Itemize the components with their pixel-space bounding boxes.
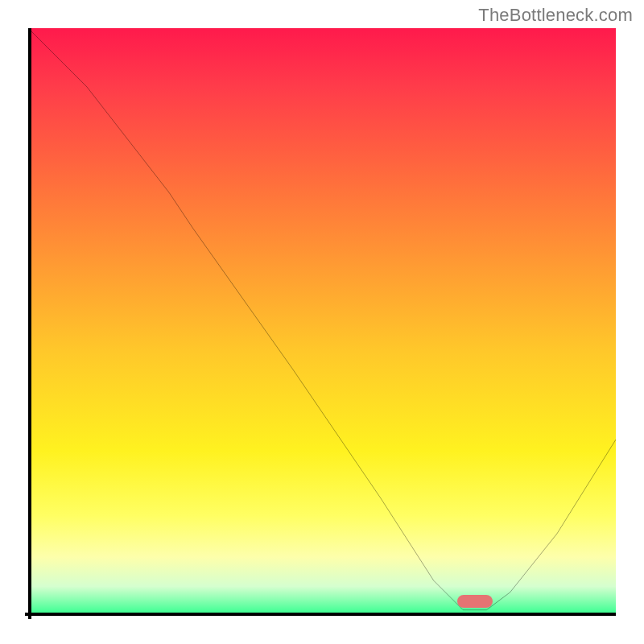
line-curve — [28, 28, 616, 616]
plot-area — [28, 28, 616, 616]
optimum-marker — [457, 595, 493, 608]
chart-root: TheBottleneck.com — [0, 0, 644, 644]
watermark-text: TheBottleneck.com — [478, 5, 633, 26]
